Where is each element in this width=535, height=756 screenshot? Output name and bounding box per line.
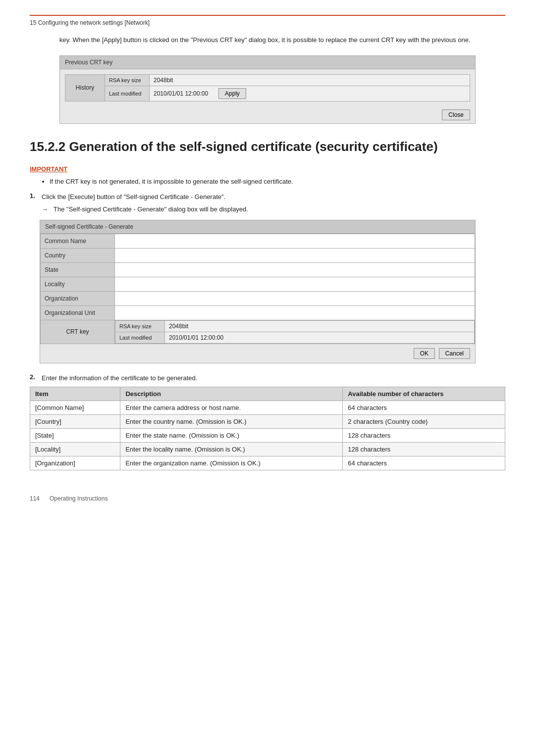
- important-label: IMPORTANT: [30, 165, 505, 173]
- row-chars-2: 128 characters: [343, 428, 505, 442]
- row-chars-3: 128 characters: [343, 442, 505, 456]
- step-2-num: 2.: [30, 373, 42, 384]
- row-chars-1: 2 characters (Country code): [343, 414, 505, 428]
- organization-label: Organization: [41, 291, 115, 305]
- state-field[interactable]: [119, 265, 471, 274]
- row-desc-2: Enter the state name. (Omission is OK.): [120, 428, 343, 442]
- locality-input[interactable]: [115, 277, 475, 291]
- cert-dialog-title: Self-signed Certificate - Generate: [40, 220, 475, 234]
- cert-last-modified-label: Last modified: [115, 332, 165, 343]
- state-input[interactable]: [115, 262, 475, 277]
- important-bullets: If the CRT key is not generated, it is i…: [50, 177, 505, 187]
- section-header: 15 Configuring the network settings [Net…: [30, 15, 505, 26]
- last-modified-label: Last modified: [105, 86, 150, 101]
- cert-dialog-footer: OK Cancel: [40, 344, 475, 363]
- ok-button[interactable]: OK: [414, 348, 435, 359]
- page-footer: 114 Operating Instructions: [30, 490, 505, 502]
- org-unit-input[interactable]: [115, 305, 475, 320]
- table-row: [Country] Enter the country name. (Omiss…: [30, 414, 505, 428]
- cert-form-table: Common Name Country State Locality Organ…: [40, 234, 475, 344]
- close-button[interactable]: Close: [442, 109, 470, 120]
- row-item-4: [Organization]: [30, 456, 120, 470]
- col-header-item: Item: [30, 387, 120, 401]
- col-header-characters: Available number of characters: [343, 387, 505, 401]
- row-desc-3: Enter the locality name. (Omission is OK…: [120, 442, 343, 456]
- rsa-key-size-value: 2048bit: [150, 74, 470, 86]
- table-row: [State] Enter the state name. (Omission …: [30, 428, 505, 442]
- table-row: [Locality] Enter the locality name. (Omi…: [30, 442, 505, 456]
- table-row: [Common Name] Enter the camera address o…: [30, 401, 505, 414]
- locality-field[interactable]: [119, 280, 471, 289]
- step-1: 1. Click the [Execute] button of "Self-s…: [30, 192, 505, 202]
- cert-generate-dialog: Self-signed Certificate - Generate Commo…: [40, 220, 476, 363]
- table-row: [Organization] Enter the organization na…: [30, 456, 505, 470]
- common-name-input[interactable]: [115, 234, 475, 248]
- step-1-arrow: → The "Self-signed Certificate - Generat…: [42, 205, 505, 213]
- step-2-text: Enter the information of the certificate…: [42, 373, 505, 384]
- dialog-title: Previous CRT key: [65, 59, 112, 66]
- history-label: History: [65, 74, 105, 101]
- common-name-field[interactable]: [119, 237, 471, 246]
- row-item-2: [State]: [30, 428, 120, 442]
- info-table: Item Description Available number of cha…: [30, 387, 505, 470]
- apply-button[interactable]: Apply: [218, 88, 246, 99]
- important-bullet-1: If the CRT key is not generated, it is i…: [50, 177, 505, 187]
- section-heading: 15.2.2 Generation of the self-signed cer…: [30, 139, 505, 155]
- footer-label: Operating Instructions: [50, 495, 107, 502]
- page-number: 114: [30, 495, 40, 502]
- common-name-label: Common Name: [41, 234, 115, 248]
- col-header-description: Description: [120, 387, 343, 401]
- step-1-text: Click the [Execute] button of "Self-sign…: [42, 192, 505, 202]
- step-1-arrow-text: The "Self-signed Certificate - Generate"…: [54, 205, 248, 213]
- locality-label: Locality: [41, 277, 115, 291]
- state-label: State: [41, 262, 115, 277]
- crt-dialog-table: History RSA key size 2048bit Last modifi…: [65, 74, 470, 101]
- cancel-button[interactable]: Cancel: [439, 348, 470, 359]
- cert-rsa-key-size-label: RSA key size: [115, 320, 165, 332]
- crt-key-label: CRT key: [41, 320, 115, 344]
- row-desc-1: Enter the country name. (Omission is OK.…: [120, 414, 343, 428]
- previous-crt-dialog: Previous CRT key History RSA key size 20…: [59, 55, 476, 124]
- country-input[interactable]: [115, 248, 475, 262]
- org-unit-field[interactable]: [119, 308, 471, 317]
- country-field[interactable]: [119, 251, 471, 260]
- organization-field[interactable]: [119, 294, 471, 303]
- row-desc-0: Enter the camera address or host name.: [120, 401, 343, 414]
- cert-rsa-key-size-value: 2048bit: [165, 320, 475, 332]
- step-2: 2. Enter the information of the certific…: [30, 373, 505, 384]
- row-item-3: [Locality]: [30, 442, 120, 456]
- rsa-key-size-label: RSA key size: [105, 74, 150, 86]
- last-modified-value: 2010/01/01 12:00:00: [154, 90, 208, 97]
- row-item-0: [Common Name]: [30, 401, 120, 414]
- section-header-text: 15 Configuring the network settings [Net…: [30, 19, 150, 26]
- cert-last-modified-value: 2010/01/01 12:00:00: [165, 332, 475, 343]
- row-chars-0: 64 characters: [343, 401, 505, 414]
- dialog-title-bar: Previous CRT key: [60, 56, 475, 69]
- row-desc-4: Enter the organization name. (Omission i…: [120, 456, 343, 470]
- step-1-num: 1.: [30, 192, 42, 202]
- row-chars-4: 64 characters: [343, 456, 505, 470]
- intro-text: key. When the [Apply] button is clicked …: [59, 35, 505, 46]
- row-item-1: [Country]: [30, 414, 120, 428]
- country-label: Country: [41, 248, 115, 262]
- arrow-symbol: →: [42, 205, 54, 213]
- org-unit-label: Organizational Unit: [41, 305, 115, 320]
- organization-input[interactable]: [115, 291, 475, 305]
